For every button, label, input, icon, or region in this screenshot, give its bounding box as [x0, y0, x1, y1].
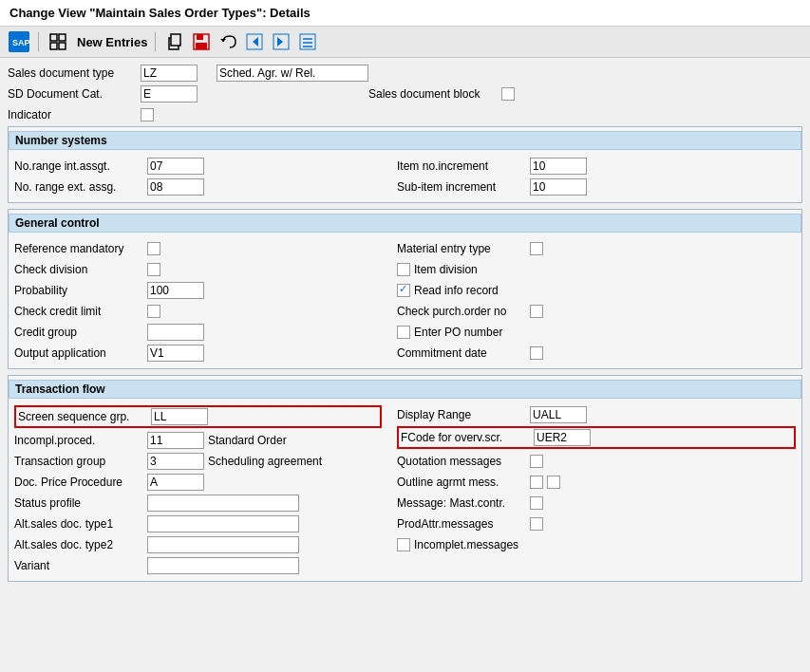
quotation-messages-row: Quotation messages	[397, 452, 796, 471]
save-icon[interactable]	[190, 30, 213, 53]
svg-rect-10	[196, 43, 207, 49]
display-range-label: Display Range	[397, 408, 530, 421]
incompl-proced-input[interactable]	[147, 432, 204, 449]
display-range-row: Display Range	[397, 405, 796, 424]
svg-rect-7	[171, 34, 180, 46]
read-info-record-label: Read info record	[414, 284, 547, 297]
main-content: Sales document type SD Document Cat. Sal…	[0, 58, 810, 593]
status-profile-input[interactable]	[147, 495, 299, 512]
item-division-label: Item division	[414, 263, 547, 276]
item-division-checkbox[interactable]	[397, 263, 410, 276]
overview-icon[interactable]	[296, 30, 319, 53]
page-title: Change View "Maintain Sales Order Types"…	[9, 6, 311, 20]
message-mast-contr-checkbox[interactable]	[530, 496, 543, 510]
no-range-ext-row: No. range ext. assg.	[14, 177, 382, 196]
reference-mandatory-row: Reference mandatory	[14, 239, 382, 258]
outline-agrmt-mess-checkbox1[interactable]	[530, 476, 543, 489]
credit-group-row: Credit group	[14, 323, 382, 342]
general-control-header: General control	[9, 214, 801, 233]
item-no-increment-row: Item no.increment	[397, 157, 796, 176]
sap-logo-icon: SAP	[8, 30, 30, 53]
doc-price-procedure-row: Doc. Price Procedure	[14, 473, 382, 492]
no-range-int-label: No.range int.assgt.	[14, 159, 147, 173]
toolbar-sep2	[155, 32, 156, 51]
general-control-section: General control Reference mandatory Chec…	[8, 209, 802, 369]
no-range-int-input[interactable]	[147, 158, 204, 175]
item-no-increment-input[interactable]	[530, 158, 587, 175]
number-systems-right: Item no.increment Sub-item increment	[389, 157, 796, 198]
probability-input[interactable]	[147, 282, 204, 299]
undo-icon[interactable]	[217, 30, 239, 53]
check-purch-order-no-checkbox[interactable]	[530, 305, 543, 318]
sub-item-increment-label: Sub-item increment	[397, 180, 530, 194]
fcode-overv-scr-row: FCode for overv.scr.	[397, 426, 796, 449]
check-credit-limit-checkbox[interactable]	[147, 305, 160, 318]
title-bar: Change View "Maintain Sales Order Types"…	[0, 0, 810, 27]
commitment-date-label: Commitment date	[397, 346, 530, 360]
transaction-group-row: Transaction group Scheduling agreement	[14, 452, 382, 471]
alt-sales-doc-type1-row: Alt.sales doc. type1	[14, 514, 382, 533]
quotation-messages-checkbox[interactable]	[530, 455, 543, 468]
incompl-proced-label: Incompl.proced.	[14, 434, 147, 447]
item-division-row: Item division	[397, 260, 796, 279]
incomplet-messages-checkbox[interactable]	[397, 538, 410, 551]
prod-attr-messages-label: ProdAttr.messages	[397, 517, 530, 531]
alt-sales-doc-type1-input[interactable]	[147, 515, 299, 532]
material-entry-type-checkbox[interactable]	[530, 242, 543, 255]
variant-label: Variant	[14, 559, 147, 572]
svg-rect-4	[50, 43, 57, 49]
sales-doc-block-checkbox[interactable]	[501, 87, 515, 101]
outline-agrmt-mess-label: Outline agrmt mess.	[397, 476, 530, 489]
sub-item-increment-input[interactable]	[530, 178, 587, 196]
check-purch-order-no-label: Check purch.order no	[397, 305, 530, 318]
number-systems-section: Number systems No.range int.assgt. No. r…	[8, 126, 802, 203]
svg-marker-13	[253, 37, 258, 47]
check-division-checkbox[interactable]	[147, 263, 160, 276]
check-purch-order-no-row: Check purch.order no	[397, 302, 796, 321]
probability-row: Probability	[14, 281, 382, 300]
variant-input[interactable]	[147, 557, 299, 574]
sales-doc-block-label: Sales document block	[368, 87, 501, 101]
screen-sequence-grp-input[interactable]	[151, 408, 208, 425]
output-application-input[interactable]	[147, 345, 204, 362]
no-range-ext-input[interactable]	[147, 178, 204, 196]
number-systems-left: No.range int.assgt. No. range ext. assg.	[14, 157, 389, 198]
credit-group-input[interactable]	[147, 324, 204, 341]
sched-agr-input[interactable]	[217, 65, 368, 82]
alt-sales-doc-type2-input[interactable]	[147, 536, 299, 553]
outline-agrmt-mess-checkbox2[interactable]	[547, 476, 560, 489]
transaction-group-input[interactable]	[147, 453, 204, 470]
probability-label: Probability	[14, 284, 147, 297]
enter-po-number-label: Enter PO number	[414, 326, 547, 339]
sales-doc-type-input[interactable]	[141, 65, 198, 82]
fcode-overv-scr-label: FCode for overv.scr.	[401, 431, 534, 444]
no-range-ext-label: No. range ext. assg.	[14, 180, 147, 194]
prod-attr-messages-checkbox[interactable]	[530, 517, 543, 531]
transaction-group-text: Scheduling agreement	[208, 455, 322, 468]
doc-price-procedure-input[interactable]	[147, 474, 204, 491]
indicator-label: Indicator	[8, 108, 141, 121]
enter-po-number-checkbox[interactable]	[397, 326, 410, 339]
back-icon[interactable]	[243, 30, 266, 53]
indicator-checkbox[interactable]	[141, 108, 154, 121]
svg-rect-3	[59, 34, 66, 41]
forward-icon[interactable]	[270, 30, 292, 53]
svg-rect-2	[50, 34, 57, 41]
screen-sequence-grp-label: Screen sequence grp.	[18, 410, 151, 423]
number-systems-inner: No.range int.assgt. No. range ext. assg.…	[9, 153, 801, 202]
reference-mandatory-label: Reference mandatory	[14, 242, 147, 255]
toolbar: SAP New Entries	[0, 27, 810, 58]
sd-doc-cat-input[interactable]	[141, 85, 198, 103]
check-credit-limit-row: Check credit limit	[14, 302, 382, 321]
alt-sales-doc-type1-label: Alt.sales doc. type1	[14, 517, 147, 531]
incompl-proced-row: Incompl.proced. Standard Order	[14, 431, 382, 450]
svg-rect-5	[59, 43, 66, 49]
display-range-input[interactable]	[530, 406, 587, 423]
read-info-record-checkbox[interactable]	[397, 284, 410, 297]
new-entries-icon[interactable]	[47, 30, 69, 53]
sd-doc-cat-row: SD Document Cat. Sales document block	[8, 84, 802, 103]
commitment-date-checkbox[interactable]	[530, 346, 543, 360]
reference-mandatory-checkbox[interactable]	[147, 242, 160, 255]
fcode-overv-scr-input[interactable]	[534, 429, 591, 446]
copy-icon[interactable]	[163, 30, 186, 53]
